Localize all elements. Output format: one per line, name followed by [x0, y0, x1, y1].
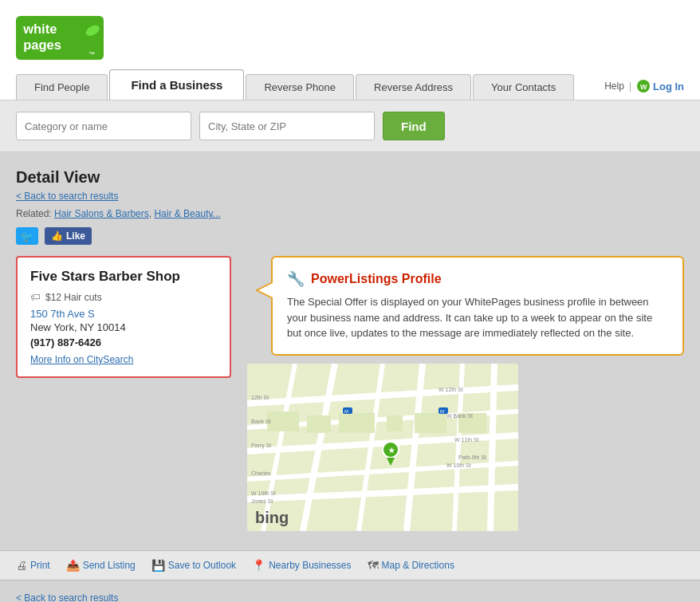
search-bar: Find	[0, 100, 700, 152]
svg-text:Perry St: Perry St	[251, 443, 271, 449]
business-name: Five Stars Barber Shop	[30, 269, 217, 285]
nav-right: Help | W Log In	[604, 79, 684, 100]
tooltip-title-text: PowerListings Profile	[311, 272, 442, 286]
related-row: Related: Hair Salons & Barbers, Hair & B…	[16, 208, 684, 219]
tab-reverse-phone[interactable]: Reverse Phone	[246, 74, 354, 100]
back-to-results-top[interactable]: < Back to search results	[16, 191, 118, 202]
svg-text:W 12th St: W 12th St	[438, 387, 463, 392]
login-label: Log In	[653, 81, 684, 92]
citysearch-link[interactable]: More Info on CitySearch	[30, 354, 133, 365]
phone-number[interactable]: (917) 887-6426	[30, 336, 217, 348]
related-label: Related:	[16, 208, 52, 219]
nav-divider: |	[629, 81, 631, 92]
send-listing-action[interactable]: 📤 Send Listing	[66, 559, 136, 572]
svg-line-18	[490, 364, 494, 531]
bottom-back: < Back to search results	[0, 580, 700, 603]
help-link[interactable]: Help	[604, 81, 624, 92]
svg-text:W 10th St: W 10th St	[446, 462, 471, 468]
svg-text:pages: pages	[23, 37, 61, 52]
footer-toolbar: 🖨 Print 📤 Send Listing 💾 Save to Outlook…	[0, 550, 700, 580]
fb-icon: 👍	[51, 230, 63, 242]
detail-columns: Five Stars Barber Shop 🏷 $12 Hair cuts 1…	[16, 256, 684, 531]
svg-rect-19	[267, 411, 299, 431]
print-icon: 🖨	[16, 559, 27, 572]
detail-title: Detail View	[16, 168, 684, 187]
nearby-label: Nearby Businesses	[269, 560, 351, 571]
svg-rect-21	[339, 413, 375, 433]
map-directions-action[interactable]: 🗺 Map & Directions	[368, 559, 454, 572]
address-line2: New York, NY 10014	[30, 321, 217, 333]
send-label: Send Listing	[83, 560, 136, 571]
svg-text:Bank St: Bank St	[251, 419, 271, 424]
wrench-icon: 🔧	[287, 270, 305, 288]
svg-rect-22	[387, 415, 403, 431]
save-outlook-action[interactable]: 💾 Save to Outlook	[151, 559, 236, 572]
twitter-icon: 🐦	[21, 230, 33, 242]
nav-tabs: Find People Find a Business Reverse Phon…	[16, 69, 684, 100]
address-line1[interactable]: 150 7th Ave S	[30, 308, 217, 320]
map-icon: 🗺	[368, 559, 379, 572]
fb-like-label: Like	[66, 230, 85, 242]
wp-icon: W	[636, 79, 651, 93]
business-card: Five Stars Barber Shop 🏷 $12 Hair cuts 1…	[16, 256, 231, 378]
related-link-2[interactable]: Hair & Beauty...	[154, 208, 220, 219]
svg-text:W: W	[640, 83, 647, 91]
search-input-category[interactable]	[16, 112, 191, 140]
special-offer-text: $12 Hair cuts	[45, 292, 102, 303]
map-label: Map & Directions	[382, 560, 454, 571]
svg-text:W 11th St: W 11th St	[454, 437, 479, 443]
tooltip-map-area: 🔧 PowerListings Profile The Special Offe…	[247, 256, 684, 531]
tab-find-people[interactable]: Find People	[16, 74, 108, 100]
svg-text:W 10th St: W 10th St	[251, 490, 276, 496]
tab-find-business[interactable]: Find a Business	[109, 69, 244, 100]
facebook-like-button[interactable]: 👍 Like	[45, 227, 92, 245]
svg-text:Charles: Charles	[251, 470, 271, 476]
svg-text:M: M	[344, 409, 348, 414]
logo-svg: white pages ™	[16, 16, 104, 60]
find-button[interactable]: Find	[383, 112, 445, 140]
svg-text:white: white	[22, 22, 57, 36]
save-icon: 💾	[151, 559, 165, 572]
print-label: Print	[30, 560, 50, 571]
svg-text:bing: bing	[255, 509, 289, 526]
tooltip-body: The Special Offer is displayed on your W…	[287, 294, 668, 341]
tag-icon: 🏷	[30, 291, 41, 303]
header: white pages ™ Find People Find a Busines…	[0, 0, 700, 100]
search-input-location[interactable]	[199, 112, 375, 140]
back-to-results-bottom[interactable]: < Back to search results	[16, 592, 118, 603]
svg-text:M: M	[440, 409, 444, 414]
login-button[interactable]: W Log In	[636, 79, 684, 93]
power-title: 🔧 PowerListings Profile	[287, 270, 668, 288]
svg-text:Path-9th St: Path-9th St	[458, 454, 486, 460]
main-content: Detail View < Back to search results Rel…	[0, 152, 700, 539]
svg-rect-20	[307, 415, 331, 433]
twitter-button[interactable]: 🐦	[16, 227, 38, 245]
svg-rect-23	[415, 413, 446, 433]
svg-text:Jones St: Jones St	[251, 498, 273, 504]
svg-text:★: ★	[388, 447, 395, 454]
logo-area: white pages ™	[16, 8, 684, 66]
save-label: Save to Outlook	[168, 560, 236, 571]
power-tooltip: 🔧 PowerListings Profile The Special Offe…	[271, 256, 684, 356]
send-icon: 📤	[66, 559, 80, 572]
tab-reverse-address[interactable]: Reverse Address	[356, 74, 471, 100]
nearby-icon: 📍	[252, 559, 265, 572]
tab-your-contacts[interactable]: Your Contacts	[473, 74, 574, 100]
map-area: 12th St W 12th St Bank St W Bank St Perr…	[247, 364, 518, 531]
related-link-1[interactable]: Hair Salons & Barbers	[54, 208, 149, 219]
print-action[interactable]: 🖨 Print	[16, 559, 50, 572]
special-offer-row: 🏷 $12 Hair cuts	[30, 291, 217, 303]
social-row: 🐦 👍 Like	[16, 227, 684, 245]
svg-text:12th St: 12th St	[251, 395, 269, 400]
svg-text:W Bank St: W Bank St	[446, 413, 473, 419]
nearby-action[interactable]: 📍 Nearby Businesses	[252, 559, 351, 572]
svg-text:™: ™	[88, 51, 95, 58]
map-svg: 12th St W 12th St Bank St W Bank St Perr…	[247, 364, 518, 531]
